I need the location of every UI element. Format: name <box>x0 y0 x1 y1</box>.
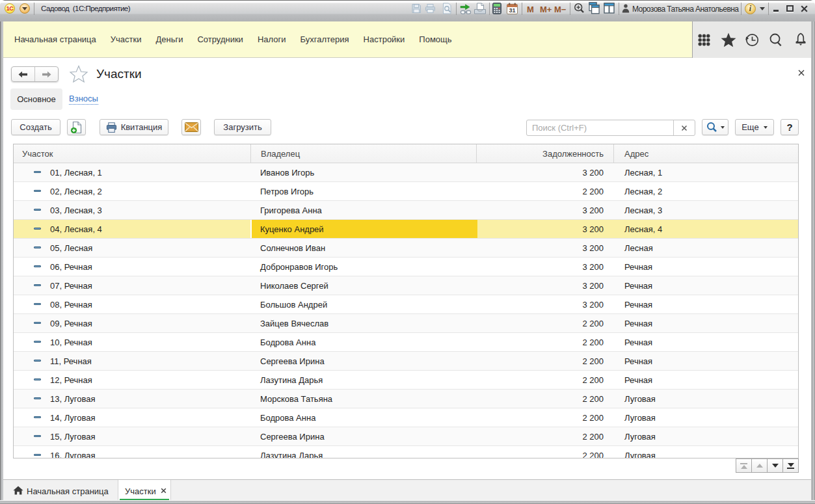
svg-text:31: 31 <box>509 7 515 14</box>
